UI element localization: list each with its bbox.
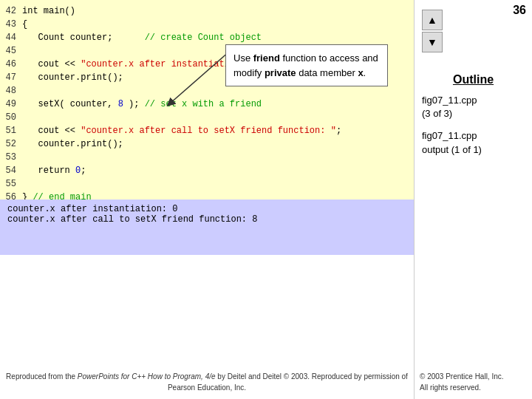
- code-line-53: 53: [0, 151, 414, 164]
- code-content: [22, 177, 27, 191]
- code-line-51: 51 cout << "counter.x after call to setX…: [0, 124, 414, 137]
- code-line-44: 44 Count counter; // create Count object: [0, 31, 414, 44]
- tooltip-callout: Use friend function to access and modify…: [225, 44, 388, 86]
- code-content: [22, 84, 27, 98]
- code-content: counter.print();: [22, 137, 123, 151]
- code-line-43: 43 {: [0, 18, 414, 31]
- line-number: 55: [0, 177, 22, 191]
- code-content: return 0;: [22, 164, 86, 177]
- code-line-42: 42 int main(): [0, 4, 414, 18]
- code-line-52: 52 counter.print();: [0, 137, 414, 151]
- line-number: 54: [0, 164, 22, 177]
- line-number: 42: [0, 4, 22, 18]
- line-number: 44: [0, 31, 22, 44]
- outline-title: Outline: [422, 73, 525, 86]
- code-content: {: [22, 18, 27, 31]
- svg-line-0: [170, 52, 229, 103]
- output-line-2: counter.x after call to setX friend func…: [7, 214, 406, 225]
- line-number: 51: [0, 124, 22, 137]
- footer: Reproduced from the PowerPoints for C++ …: [0, 371, 414, 393]
- code-content: [22, 151, 27, 164]
- outline-link-fig07-11[interactable]: fig07_11.cpp(3 of 3): [422, 94, 525, 120]
- line-number: 48: [0, 84, 22, 98]
- line-number: 43: [0, 18, 22, 31]
- nav-up-button[interactable]: ▲: [422, 10, 443, 30]
- sidebar: 36 ▲ ▼ Outline fig07_11.cpp(3 of 3) fig0…: [414, 0, 532, 399]
- slide-number: 36: [513, 4, 526, 17]
- line-number: 50: [0, 111, 22, 124]
- code-content: [22, 111, 27, 124]
- code-line-54: 54 return 0;: [0, 164, 414, 177]
- nav-arrows: ▲ ▼: [422, 10, 525, 52]
- output-area: counter.x after instantiation: 0 counter…: [0, 200, 414, 255]
- code-line-55: 55: [0, 177, 414, 191]
- line-number: 45: [0, 44, 22, 58]
- line-number: 53: [0, 151, 22, 164]
- output-line-1: counter.x after instantiation: 0: [7, 204, 406, 214]
- code-content: int main(): [22, 4, 75, 18]
- line-number: 52: [0, 137, 22, 151]
- copyright: © 2003 Prentice Hall, Inc.All rights res…: [420, 371, 504, 393]
- code-content: counter.print();: [22, 71, 123, 84]
- line-number: 47: [0, 71, 22, 84]
- nav-down-button[interactable]: ▼: [422, 32, 443, 52]
- code-content: [22, 44, 27, 58]
- line-number: 49: [0, 98, 22, 111]
- code-content: cout << "counter.x after call to setX fr…: [22, 124, 341, 137]
- line-number: 46: [0, 58, 22, 71]
- outline-link-fig07-11-output[interactable]: fig07_11.cppoutput (1 of 1): [422, 129, 525, 156]
- code-content: Count counter; // create Count object: [22, 31, 262, 44]
